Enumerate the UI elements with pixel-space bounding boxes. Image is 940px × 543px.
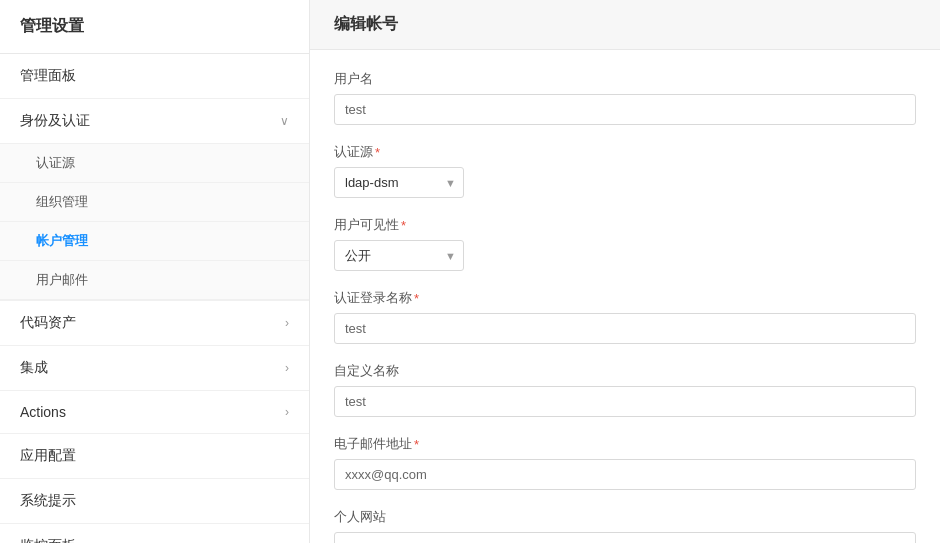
auth-source-select[interactable]: ldap-dsm local oauth	[334, 167, 464, 198]
chevron-right-icon: ›	[285, 405, 289, 419]
auth-login-label: 认证登录名称 *	[334, 289, 916, 307]
visibility-select[interactable]: 公开 私有	[334, 240, 464, 271]
main-content: 编辑帐号 用户名 认证源 * ldap-dsm local	[310, 0, 940, 543]
custom-name-label: 自定义名称	[334, 362, 916, 380]
website-label: 个人网站	[334, 508, 916, 526]
sidebar-sub-item-account-mgmt[interactable]: 帐户管理	[0, 222, 309, 261]
form-group-email: 电子邮件地址 *	[334, 435, 916, 490]
email-input[interactable]	[334, 459, 916, 490]
sidebar-item-label: 系统提示	[20, 492, 76, 510]
form-group-custom-name: 自定义名称	[334, 362, 916, 417]
sidebar-item-integration[interactable]: 集成 ›	[0, 346, 309, 391]
form-group-username: 用户名	[334, 70, 916, 125]
auth-source-select-wrapper: ldap-dsm local oauth ▼	[334, 167, 464, 198]
required-mark: *	[414, 437, 419, 452]
sidebar-item-label: 代码资产	[20, 314, 76, 332]
sidebar-item-label: 监控面板	[20, 537, 76, 543]
chevron-right-icon: ›	[285, 361, 289, 375]
sidebar-item-monitor[interactable]: 监控面板 ›	[0, 524, 309, 543]
username-input[interactable]	[334, 94, 916, 125]
email-label: 电子邮件地址 *	[334, 435, 916, 453]
form-group-website: 个人网站	[334, 508, 916, 543]
sidebar-sub-identity: 认证源 组织管理 帐户管理 用户邮件	[0, 144, 309, 301]
username-label: 用户名	[334, 70, 916, 88]
sidebar: 管理设置 管理面板 身份及认证 ∨ 认证源 组织管理 帐户管理 用户邮件	[0, 0, 310, 543]
sidebar-item-dashboard[interactable]: 管理面板	[0, 54, 309, 99]
form-group-auth-login: 认证登录名称 *	[334, 289, 916, 344]
form-group-visibility: 用户可见性 * 公开 私有 ▼	[334, 216, 916, 271]
chevron-right-icon: ›	[285, 539, 289, 543]
sidebar-sub-item-auth-source[interactable]: 认证源	[0, 144, 309, 183]
sidebar-sub-item-org-mgmt[interactable]: 组织管理	[0, 183, 309, 222]
sidebar-item-app-config[interactable]: 应用配置	[0, 434, 309, 479]
sidebar-title: 管理设置	[0, 0, 309, 54]
website-input[interactable]	[334, 532, 916, 543]
sidebar-sub-item-user-email[interactable]: 用户邮件	[0, 261, 309, 300]
required-mark: *	[375, 145, 380, 160]
form-body: 用户名 认证源 * ldap-dsm local oauth ▼	[310, 50, 940, 543]
sidebar-item-label: Actions	[20, 404, 66, 420]
chevron-right-icon: ›	[285, 316, 289, 330]
visibility-select-wrapper: 公开 私有 ▼	[334, 240, 464, 271]
sidebar-item-label: 身份及认证	[20, 112, 90, 130]
sidebar-item-code-assets[interactable]: 代码资产 ›	[0, 301, 309, 346]
custom-name-input[interactable]	[334, 386, 916, 417]
sidebar-item-label: 管理面板	[20, 67, 76, 85]
visibility-label: 用户可见性 *	[334, 216, 916, 234]
sidebar-item-actions[interactable]: Actions ›	[0, 391, 309, 434]
chevron-down-icon: ∨	[280, 114, 289, 128]
required-mark: *	[414, 291, 419, 306]
sidebar-item-label: 集成	[20, 359, 48, 377]
page-title: 编辑帐号	[310, 0, 940, 50]
sidebar-item-label: 应用配置	[20, 447, 76, 465]
form-group-auth-source: 认证源 * ldap-dsm local oauth ▼	[334, 143, 916, 198]
sidebar-item-system-hints[interactable]: 系统提示	[0, 479, 309, 524]
auth-login-input[interactable]	[334, 313, 916, 344]
required-mark: *	[401, 218, 406, 233]
auth-source-label: 认证源 *	[334, 143, 916, 161]
sidebar-item-identity[interactable]: 身份及认证 ∨	[0, 99, 309, 144]
